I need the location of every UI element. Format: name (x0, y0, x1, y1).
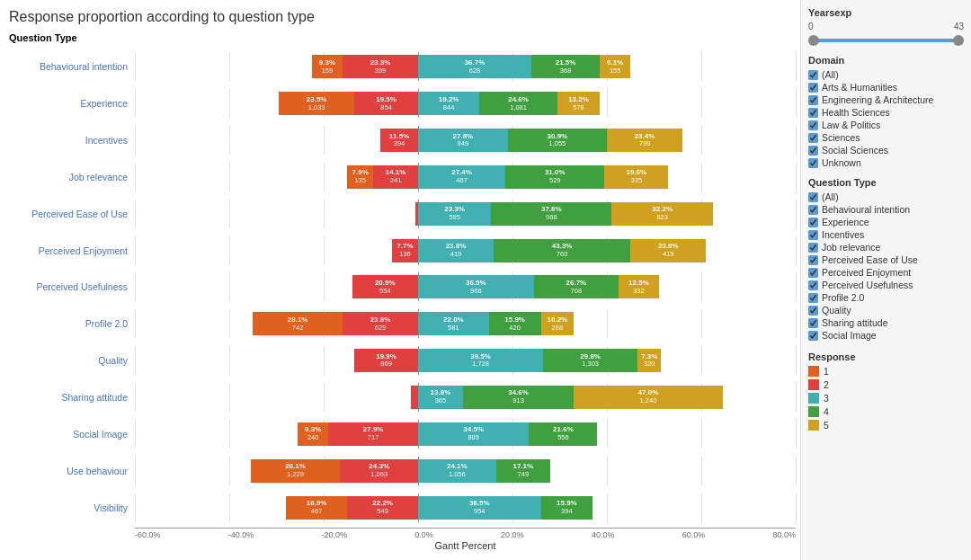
gantt-bar: 39.5%1,728 (418, 349, 543, 372)
gantt-bar: 23.3%399 (343, 55, 418, 78)
row-label: Incentives (9, 135, 135, 146)
main-panel: Response proportion according to questio… (0, 0, 800, 560)
domain-checkbox-item[interactable]: Health Sciences (808, 107, 964, 118)
sidebar: Yearsexp 0 43 Domain (All)Arts & Humanit… (800, 0, 971, 560)
gantt-bar: 30.9%1,055 (508, 129, 607, 152)
bars-wrap: 19.5%85423.5%1,03319.2%84424.6%1,08113.2… (135, 89, 796, 118)
qt-checkbox-item[interactable]: Quality (808, 305, 964, 316)
qt-checkbox-item[interactable]: Perceived Ease of Use (808, 254, 964, 265)
bars-wrap: 11.5%39427.8%94930.9%1,05523.4%799 (135, 126, 796, 155)
row-label: Perceived Usefulness (9, 281, 135, 292)
row-label: Behavioural intention (9, 61, 135, 72)
bars-wrap: 23.3%59537.8%96832.2%823 (135, 200, 796, 228)
gantt-bar: 43.3%760 (494, 239, 630, 262)
chart-row: Quality19.9%86939.5%1,72829.8%1,3037.3%3… (9, 343, 796, 378)
domain-checkbox-item[interactable]: Engineering & Architecture (808, 94, 964, 105)
row-label: Experience (9, 98, 135, 109)
row-label: Use behaviour (9, 466, 135, 476)
gantt-bar: 7.9%135 (347, 165, 373, 189)
gantt-bar: 14.1%241 (373, 165, 418, 189)
gantt-bar: 23.8%629 (343, 312, 418, 335)
chart-row: Perceived Ease of Use23.3%59537.8%96832.… (9, 197, 796, 231)
gantt-bar: 21.5%368 (531, 55, 600, 78)
slider-track[interactable] (808, 35, 964, 46)
qt-checkbox-item[interactable]: Perceived Usefulness (808, 280, 964, 290)
domain-checkbox-item[interactable]: Unknown (808, 157, 964, 168)
domain-title: Domain (808, 55, 964, 66)
legend-item: 5 (808, 420, 964, 431)
legend-item: 4 (808, 406, 964, 417)
gantt-bar: 19.6%335 (604, 165, 668, 189)
legend-item: 2 (808, 379, 964, 390)
gantt-bar: 17.1%749 (496, 459, 550, 483)
bars-wrap: 13.8%36534.6%91347.0%1,240 (135, 383, 796, 412)
gantt-bar: 24.1%1,056 (418, 459, 496, 483)
gantt-bar: 36.7%628 (418, 55, 531, 78)
qt-checkbox-item[interactable]: (All) (808, 191, 964, 202)
qt-checkbox-item[interactable]: Sharing attitude (808, 317, 964, 328)
gantt-bar: 22.2%549 (347, 496, 418, 520)
gantt-bar: 19.2%844 (418, 92, 479, 115)
bars-wrap: 20.9%55436.5%96626.7%70812.5%332 (135, 272, 796, 301)
gantt-bar: 21.6%556 (529, 422, 597, 446)
domain-checkbox-item[interactable]: Social Sciences (808, 145, 964, 156)
gantt-bar: 18.9%467 (286, 496, 347, 520)
gantt-bar: 32.2%823 (611, 202, 713, 226)
gantt-bar: 7.3%320 (637, 349, 661, 372)
bars-wrap: 22.2%54918.9%46738.5%95415.9%394 (135, 493, 796, 522)
row-label: Perceived Enjoyment (9, 245, 135, 256)
domain-checkbox-item[interactable]: (All) (808, 69, 964, 80)
gantt-bar: 38.5%954 (418, 496, 541, 520)
chart-title: Response proportion according to questio… (9, 9, 796, 25)
chart-row: Sharing attitude13.8%36534.6%91347.0%1,2… (9, 380, 796, 414)
row-label: Job relevance (9, 172, 135, 182)
gantt-bar: 27.4%467 (418, 165, 505, 189)
response-section: Response 12345 (808, 351, 964, 431)
gantt-bar: 24.6%1,081 (479, 92, 557, 115)
bars-wrap: 19.9%86939.5%1,72829.8%1,3037.3%320 (135, 346, 796, 375)
qt-checkbox-item[interactable]: Profile 2.0 (808, 292, 964, 303)
row-label: Quality (9, 355, 135, 366)
gantt-bar: 12.5%332 (619, 275, 659, 298)
question-type-section: Question Type (All)Behavioural intention… (808, 177, 964, 342)
qt-checkbox-item[interactable]: Job relevance (808, 242, 964, 253)
gantt-bar: 9.3%159 (312, 55, 343, 78)
gantt-bar: 11.5%394 (380, 129, 418, 152)
gantt-bar: 27.9%717 (328, 422, 418, 446)
gantt-bar: 19.5%854 (354, 92, 418, 115)
gantt-bar: 20.9%554 (352, 275, 419, 298)
bars-wrap: 23.8%62928.1%74222.0%58115.9%42010.2%268 (135, 309, 796, 338)
response-title: Response (808, 351, 964, 362)
gantt-bar: 15.9%420 (489, 312, 541, 335)
legend-item: 1 (808, 366, 964, 377)
x-axis: -60.0% -40.0% -20.0% 0.0% 20.0% 40.0% 60… (135, 528, 796, 551)
domain-checkbox-item[interactable]: Law & Politics (808, 120, 964, 130)
gantt-bar: 47.0%1,240 (574, 386, 722, 409)
slider-container: 0 43 (808, 22, 964, 46)
gantt-bar: 36.5%966 (418, 275, 534, 298)
gantt-bar: 24.3%1,063 (340, 459, 418, 483)
gantt-bar: 19.9%869 (354, 349, 418, 372)
yearsexp-section: Yearsexp 0 43 (808, 7, 964, 46)
qt-checkbox-item[interactable]: Incentives (808, 229, 964, 240)
row-label: Social Image (9, 429, 135, 440)
bars-wrap: 27.9%7179.3%24034.5%88921.6%556 (135, 420, 796, 449)
chart-rows: Behavioural intention23.3%3999.3%15936.7… (9, 49, 796, 526)
gantt-bar: 29.8%1,303 (543, 349, 637, 372)
qt-checkbox-item[interactable]: Perceived Enjoyment (808, 267, 964, 278)
gantt-bar: 28.1%1,229 (251, 459, 341, 483)
qt-title: Question Type (808, 177, 964, 188)
qt-checkbox-item[interactable]: Experience (808, 217, 964, 227)
question-type-header: Question Type (9, 32, 77, 43)
gantt-bar: 23.3%595 (418, 202, 491, 226)
qt-checkbox-item[interactable]: Social Image (808, 330, 964, 341)
legend-item: 3 (808, 393, 964, 404)
gantt-bar: 7.7%136 (392, 239, 418, 262)
qt-checkbox-item[interactable]: Behavioural intention (808, 204, 964, 215)
gantt-bar: 28.1%742 (253, 312, 343, 335)
domain-checkbox-item[interactable]: Sciences (808, 132, 964, 143)
gantt-bar: 31.0%529 (505, 165, 604, 189)
bars-wrap: 23.3%3999.3%15936.7%62821.5%3689.1%155 (135, 52, 796, 81)
domain-checkbox-item[interactable]: Arts & Humanities (808, 82, 964, 93)
row-label: Profile 2.0 (9, 318, 135, 329)
